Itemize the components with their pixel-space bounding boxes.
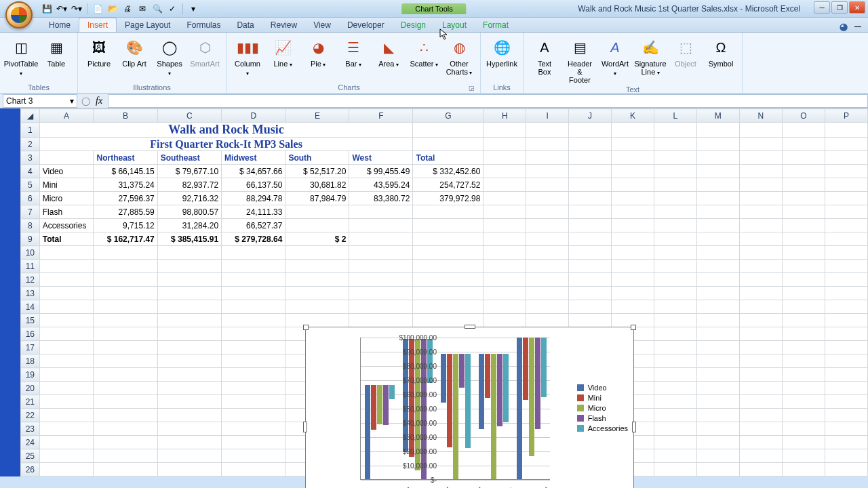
empty-cell[interactable] [696, 341, 739, 354]
empty-cell[interactable] [696, 422, 739, 436]
empty-cell[interactable] [611, 246, 654, 260]
col-header[interactable]: K [611, 109, 654, 123]
col-header[interactable]: C [157, 109, 221, 123]
data-cell[interactable]: 92,716.32 [157, 192, 221, 205]
empty-cell[interactable] [39, 368, 94, 382]
pie-chart-button[interactable]: ◕Pie [302, 35, 334, 70]
row-header[interactable]: 14 [21, 300, 40, 314]
email-icon[interactable]: ✉ [136, 3, 149, 15]
empty-cell[interactable] [825, 341, 867, 354]
empty-cell[interactable] [222, 463, 285, 476]
empty-cell[interactable] [654, 327, 696, 341]
data-cell[interactable]: 24,111.33 [222, 205, 285, 219]
data-cell[interactable]: $ 66,145.15 [94, 165, 157, 178]
empty-cell[interactable] [349, 300, 413, 314]
empty-cell[interactable] [222, 273, 285, 287]
empty-cell[interactable] [825, 287, 867, 300]
empty-cell[interactable] [654, 300, 696, 314]
tab-home[interactable]: Home [41, 18, 79, 32]
empty-cell[interactable] [696, 409, 739, 422]
tab-data[interactable]: Data [229, 18, 262, 32]
empty-cell[interactable] [484, 273, 526, 287]
empty-cell[interactable] [654, 246, 696, 260]
data-cell[interactable]: 27,596.37 [94, 192, 157, 205]
empty-cell[interactable] [484, 300, 526, 314]
empty-cell[interactable] [739, 409, 782, 422]
empty-cell[interactable] [654, 260, 696, 273]
empty-cell[interactable] [285, 287, 349, 300]
data-cell[interactable]: 82,937.72 [157, 178, 221, 192]
col-header[interactable]: M [696, 109, 739, 123]
namebox-dropdown-icon[interactable]: ▾ [70, 96, 74, 106]
empty-cell[interactable] [825, 327, 867, 341]
legend-item[interactable]: Video [577, 384, 628, 392]
empty-cell[interactable] [782, 260, 825, 273]
empty-cell[interactable] [654, 449, 696, 463]
empty-cell[interactable] [94, 382, 157, 395]
data-header-cell[interactable]: Midwest [222, 151, 285, 165]
row-header[interactable]: 10 [21, 246, 40, 260]
empty-cell[interactable] [782, 449, 825, 463]
tab-page-layout[interactable]: Page Layout [117, 18, 178, 32]
empty-cell[interactable] [39, 449, 94, 463]
data-cell[interactable] [349, 205, 413, 219]
col-header[interactable]: H [484, 109, 526, 123]
new-icon[interactable]: 📄 [92, 3, 104, 15]
empty-cell[interactable] [654, 273, 696, 287]
chart-bar[interactable] [497, 354, 502, 426]
name-box[interactable]: Chart 3▾ [3, 94, 77, 108]
charts-launcher-icon[interactable]: ◲ [469, 85, 475, 92]
empty-cell[interactable] [94, 314, 157, 327]
chart-bar[interactable] [485, 354, 490, 397]
clipart-button[interactable]: 🎨Clip Art [119, 35, 150, 69]
empty-cell[interactable] [157, 327, 221, 341]
empty-cell[interactable] [782, 463, 825, 476]
empty-cell[interactable] [696, 300, 739, 314]
empty-cell[interactable] [526, 287, 569, 300]
chart-bar[interactable] [503, 354, 509, 422]
row-header[interactable]: 18 [21, 354, 40, 368]
empty-cell[interactable] [782, 409, 825, 422]
empty-cell[interactable] [782, 246, 825, 260]
chart-bar[interactable] [377, 385, 382, 424]
empty-cell[interactable] [94, 341, 157, 354]
empty-cell[interactable] [285, 314, 349, 327]
empty-cell[interactable] [94, 327, 157, 341]
empty-cell[interactable] [94, 246, 157, 260]
cancel-formula-icon[interactable]: ◯ [81, 96, 90, 106]
close-button[interactable]: ✕ [849, 1, 865, 14]
empty-cell[interactable] [222, 260, 285, 273]
empty-cell[interactable] [782, 300, 825, 314]
chart-bar[interactable] [479, 354, 484, 428]
empty-cell[interactable] [611, 314, 654, 327]
empty-cell[interactable] [94, 300, 157, 314]
empty-cell[interactable] [782, 436, 825, 449]
data-header-cell[interactable]: West [349, 151, 413, 165]
chart-bar[interactable] [383, 385, 389, 425]
tab-format[interactable]: Format [475, 18, 517, 32]
empty-cell[interactable] [654, 287, 696, 300]
data-header-cell[interactable]: South [285, 151, 349, 165]
empty-cell[interactable] [222, 449, 285, 463]
empty-cell[interactable] [349, 260, 413, 273]
data-cell[interactable]: $ 162,717.47 [94, 232, 157, 246]
scatter-chart-button[interactable]: ∴Scatter [408, 35, 439, 70]
empty-cell[interactable] [654, 409, 696, 422]
empty-cell[interactable] [349, 287, 413, 300]
empty-cell[interactable] [94, 449, 157, 463]
empty-cell[interactable] [157, 382, 221, 395]
empty-cell[interactable] [39, 300, 94, 314]
undo-icon[interactable]: ↶▾ [56, 3, 68, 15]
empty-cell[interactable] [825, 409, 867, 422]
empty-cell[interactable] [654, 314, 696, 327]
redo-icon[interactable]: ↷▾ [71, 3, 83, 15]
row-header[interactable]: 8 [21, 219, 40, 232]
empty-cell[interactable] [39, 395, 94, 409]
data-cell[interactable]: Micro [39, 192, 94, 205]
sheet-subtitle[interactable]: First Quarter Rock-It MP3 Sales [39, 138, 413, 151]
tab-formulas[interactable]: Formulas [178, 18, 229, 32]
empty-cell[interactable] [222, 246, 285, 260]
empty-cell[interactable] [782, 368, 825, 382]
empty-cell[interactable] [222, 341, 285, 354]
row-header[interactable]: 7 [21, 205, 40, 219]
